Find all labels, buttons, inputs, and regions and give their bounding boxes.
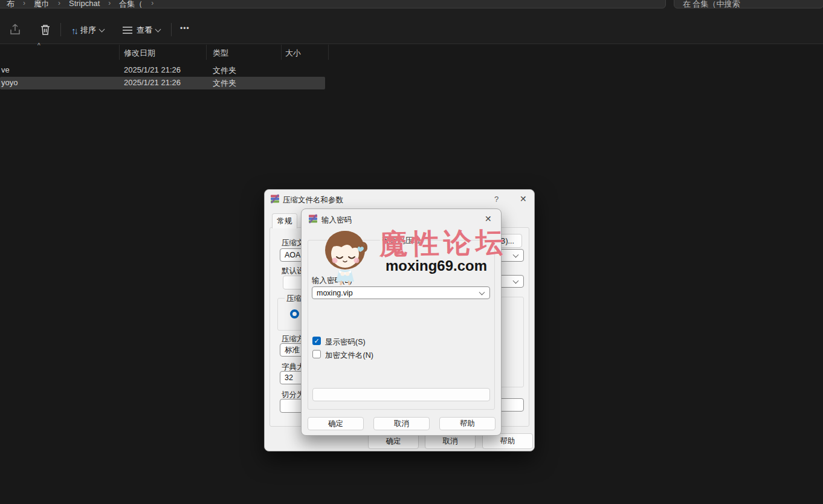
chevron-down-icon	[479, 289, 485, 295]
toolbar-divider	[171, 23, 172, 36]
view-button[interactable]: 查看	[122, 25, 160, 36]
breadcrumb-chevron-icon: ›	[23, 0, 25, 8]
view-lines-icon	[122, 25, 133, 35]
search-box[interactable]: 在 合集（中搜索	[674, 0, 823, 8]
column-divider[interactable]	[328, 45, 329, 60]
file-date: 2025/1/21 21:26	[124, 78, 181, 87]
file-name: yoyo	[1, 78, 18, 87]
close-icon[interactable]: ✕	[520, 194, 527, 204]
breadcrumb-item[interactable]: Stripchat	[69, 0, 100, 8]
breadcrumb-item[interactable]: 合集（	[119, 0, 143, 8]
check-icon: ✓	[314, 338, 319, 344]
address-bar[interactable]: 布 › 魔巾 › Stripchat › 合集（ ›	[0, 0, 666, 8]
toolbar-divider	[60, 23, 61, 36]
breadcrumb-item[interactable]: 魔巾	[34, 0, 50, 8]
sort-button[interactable]: ↑↓ 排序	[71, 25, 104, 36]
format-rar-radio[interactable]	[290, 309, 299, 318]
chevron-down-icon	[513, 251, 519, 257]
column-divider[interactable]	[281, 45, 282, 60]
girl-illustration	[316, 224, 374, 288]
dialog-title: 压缩文件名和参数	[283, 195, 343, 205]
chevron-down-icon	[513, 277, 519, 283]
breadcrumb-chevron-icon: ›	[108, 0, 111, 8]
file-type: 文件夹	[213, 78, 236, 89]
ok-button[interactable]: 确定	[308, 417, 364, 430]
column-divider[interactable]	[119, 45, 120, 60]
breadcrumb-chevron-icon: ›	[58, 0, 60, 8]
help-button[interactable]: 帮助	[439, 417, 495, 430]
breadcrumb-item[interactable]: 布	[7, 0, 15, 8]
tab-general[interactable]: 常规	[272, 213, 297, 228]
breadcrumb: 布 › 魔巾 › Stripchat › 合集（ ›	[7, 0, 153, 8]
column-header-size[interactable]: 大小	[285, 48, 301, 59]
watermark-domain-text: moxing69.com	[386, 257, 487, 274]
column-divider[interactable]	[206, 45, 207, 60]
show-password-checkbox[interactable]: ✓	[312, 337, 321, 345]
table-row[interactable]: ve 2025/1/21 21:26 文件夹	[0, 64, 325, 77]
close-icon[interactable]: ✕	[485, 214, 492, 224]
encrypt-names-checkbox[interactable]	[312, 350, 321, 358]
search-input[interactable]: 在 合集（中搜索	[683, 0, 740, 8]
winrar-icon	[270, 194, 280, 204]
column-header-date[interactable]: 修改日期	[124, 48, 155, 59]
password-combobox[interactable]: moxing.vip	[312, 286, 490, 299]
sort-arrows-icon: ↑↓	[71, 25, 77, 36]
chevron-down-icon	[155, 27, 161, 33]
column-header-type[interactable]: 类型	[213, 48, 228, 59]
chevron-down-icon	[99, 27, 105, 33]
share-icon[interactable]	[8, 23, 22, 39]
encrypt-names-label: 加密文件名(N)	[325, 351, 373, 361]
sort-label: 排序	[80, 25, 96, 36]
help-icon[interactable]: ?	[494, 195, 499, 204]
cancel-button[interactable]: 取消	[373, 417, 430, 430]
file-name: ve	[1, 65, 10, 74]
sort-ascending-indicator: ^	[37, 42, 40, 49]
more-options-icon[interactable]: •••	[180, 24, 190, 33]
table-row-selected[interactable]: yoyo 2025/1/21 21:26 文件夹	[0, 77, 325, 89]
delete-icon[interactable]	[39, 23, 52, 39]
file-date: 2025/1/21 21:26	[124, 65, 181, 74]
show-password-label: 显示密码(S)	[325, 337, 366, 347]
password-value: moxing.vip	[317, 289, 353, 297]
view-label: 查看	[137, 25, 152, 36]
organize-passwords-button[interactable]	[312, 388, 490, 401]
breadcrumb-chevron-icon: ›	[151, 0, 153, 8]
file-type: 文件夹	[213, 65, 236, 76]
winrar-icon	[308, 214, 318, 224]
screen: 布 › 魔巾 › Stripchat › 合集（ › 在 合集（中搜索 ↑↓ 排…	[0, 0, 823, 504]
